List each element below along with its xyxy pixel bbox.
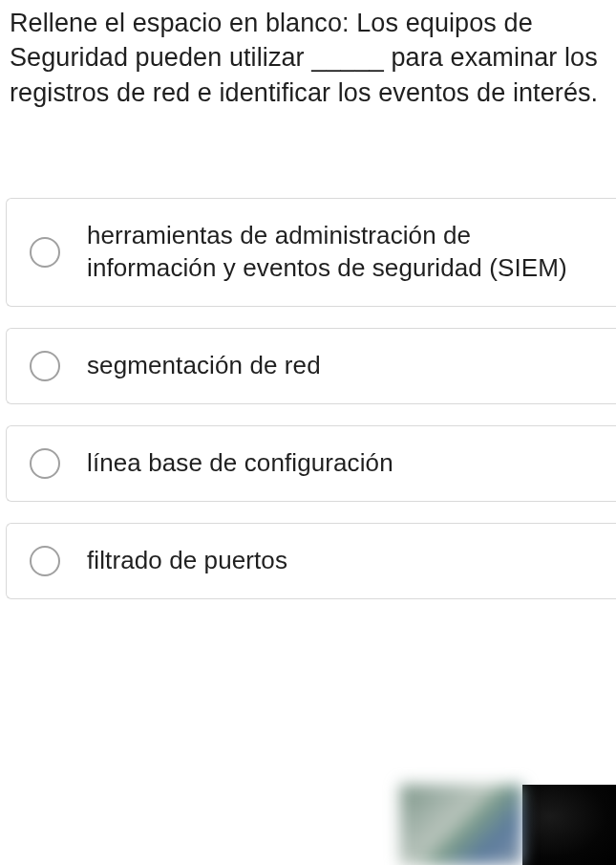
options-container: herramientas de administración de inform… — [0, 198, 616, 599]
thumbnail-blurred-image — [400, 785, 522, 865]
option-siem[interactable]: herramientas de administración de inform… — [6, 198, 616, 307]
radio-icon — [30, 237, 60, 268]
question-text: Rellene el espacio en blanco: Los equipo… — [0, 0, 616, 110]
option-label: filtrado de puertos — [87, 545, 287, 577]
option-label: herramientas de administración de inform… — [87, 220, 601, 285]
radio-icon — [30, 546, 60, 576]
option-network-segmentation[interactable]: segmentación de red — [6, 328, 616, 404]
option-label: línea base de configuración — [87, 447, 393, 480]
thumbnail-dark-panel — [522, 785, 616, 865]
thumbnail-overlay — [400, 785, 616, 865]
option-label: segmentación de red — [87, 350, 321, 382]
option-port-filtering[interactable]: filtrado de puertos — [6, 523, 616, 599]
option-config-baseline[interactable]: línea base de configuración — [6, 425, 616, 502]
radio-icon — [30, 448, 60, 479]
radio-icon — [30, 351, 60, 381]
